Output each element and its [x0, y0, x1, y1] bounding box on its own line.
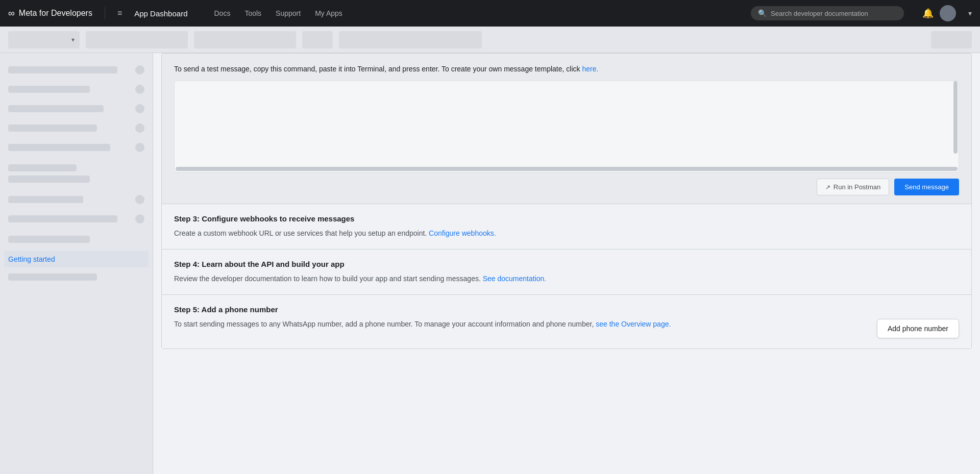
postman-external-icon: ↗ — [825, 184, 830, 191]
sidebar-item-text-2 — [8, 86, 90, 93]
send-test-top: To send a test message, copy this comman… — [162, 54, 971, 204]
sidebar-item-dot-7 — [135, 214, 144, 223]
sidebar-item-dot-1 — [135, 65, 144, 74]
nav-link-tools[interactable]: Tools — [238, 6, 267, 20]
top-navigation: ∞ Meta for Developers ≡ App Dashboard Do… — [0, 0, 980, 27]
sidebar-skeleton-6 — [0, 191, 153, 208]
command-code-area[interactable] — [174, 81, 959, 172]
step4-desc-text: Review the developer documentation to le… — [174, 275, 483, 283]
sidebar-item-dot-5 — [135, 143, 144, 152]
toolbar-pill-3 — [302, 31, 333, 48]
sidebar-skeleton-1 — [0, 61, 153, 79]
sidebar-skeleton-2 — [0, 81, 153, 98]
step5-desc-text: To start sending messages to any WhatsAp… — [174, 320, 596, 328]
sidebar-active-label[interactable]: Getting started — [4, 251, 149, 267]
nav-link-support[interactable]: Support — [270, 6, 307, 20]
sidebar-footer-text-3 — [8, 236, 90, 243]
step3-title: Step 3: Configure webhooks to receive me… — [174, 214, 959, 223]
test-message-instruction: To send a test message, copy this comman… — [174, 64, 959, 74]
sidebar-footer-text-1 — [8, 164, 77, 171]
nav-link-docs[interactable]: Docs — [208, 6, 237, 20]
app-dashboard-link[interactable]: App Dashboard — [134, 9, 187, 18]
app-selector-dropdown[interactable]: ▾ — [8, 31, 80, 48]
second-toolbar: ▾ — [0, 27, 980, 53]
sidebar-item-text-4 — [8, 124, 97, 132]
step3-section: Step 3: Configure webhooks to receive me… — [162, 204, 971, 249]
add-phone-number-button[interactable]: Add phone number — [877, 319, 959, 338]
sidebar-item-getting-started[interactable]: Getting started — [4, 251, 149, 267]
scrollbar-vertical[interactable] — [953, 81, 958, 154]
content-panel: To send a test message, copy this comman… — [153, 53, 980, 361]
sidebar-item-text-6 — [8, 196, 83, 203]
message-template-link[interactable]: here. — [582, 65, 598, 73]
main-content: To send a test message, copy this comman… — [153, 53, 980, 474]
overview-page-link[interactable]: see the Overview page. — [596, 320, 671, 328]
notification-bell-icon[interactable]: 🔔 — [922, 8, 934, 19]
step5-content: To start sending messages to any WhatsAp… — [174, 319, 959, 338]
run-in-postman-button[interactable]: ↗ Run in Postman — [817, 179, 890, 195]
step5-section: Step 5: Add a phone number To start send… — [162, 294, 971, 348]
main-layout: Getting started To send a test message, … — [0, 53, 980, 474]
dropdown-chevron-icon: ▾ — [71, 36, 75, 43]
toolbar-pill-1 — [86, 31, 188, 48]
step5-description: To start sending messages to any WhatsAp… — [174, 319, 865, 330]
sidebar-footer-text-4 — [8, 273, 97, 281]
scrollbar-horizontal[interactable] — [176, 167, 958, 171]
configure-webhooks-link[interactable]: Configure webhooks. — [429, 229, 496, 237]
sidebar-skeleton-3 — [0, 100, 153, 117]
sidebar-footer-2 — [0, 232, 153, 251]
see-documentation-link[interactable]: See documentation. — [483, 275, 547, 283]
test-message-instruction-text: To send a test message, copy this comman… — [174, 65, 582, 73]
logo-text: Meta for Developers — [19, 9, 92, 18]
search-bar[interactable]: 🔍 — [751, 6, 904, 20]
sidebar-footer-text-2 — [8, 176, 90, 183]
toolbar-pill-2 — [194, 31, 296, 48]
send-message-button[interactable]: Send message — [894, 179, 959, 195]
sidebar-skeleton-4 — [0, 119, 153, 137]
chevron-down-icon[interactable]: ▾ — [968, 9, 972, 17]
step4-section: Step 4: Learn about the API and build yo… — [162, 249, 971, 294]
step3-desc-text: Create a custom webhook URL or use servi… — [174, 229, 429, 237]
avatar[interactable] — [940, 5, 956, 21]
search-icon: 🔍 — [758, 9, 767, 17]
sidebar-item-dot-2 — [135, 85, 144, 94]
nav-links: Docs Tools Support My Apps — [208, 6, 349, 20]
sidebar-item-dot-3 — [135, 104, 144, 113]
sidebar-item-text-5 — [8, 144, 110, 151]
step4-title: Step 4: Learn about the API and build yo… — [174, 260, 959, 268]
sidebar-item-text-1 — [8, 66, 117, 73]
nav-right-actions: 🔔 ▾ — [922, 5, 972, 21]
nav-divider — [105, 7, 105, 19]
sidebar-skeleton-7 — [0, 210, 153, 228]
toolbar-pill-4 — [339, 31, 482, 48]
logo[interactable]: ∞ Meta for Developers — [8, 8, 92, 19]
meta-logo-icon: ∞ — [8, 8, 15, 19]
nav-link-myapps[interactable]: My Apps — [309, 6, 349, 20]
sidebar-skeleton-5 — [0, 139, 153, 156]
step4-description: Review the developer documentation to le… — [174, 273, 959, 284]
code-actions-bar: ↗ Run in Postman Send message — [174, 172, 959, 204]
sidebar-item-text-7 — [8, 215, 117, 222]
toolbar-pill-5 — [931, 31, 972, 48]
hamburger-icon[interactable]: ≡ — [117, 9, 122, 18]
sidebar-footer-3 — [0, 269, 153, 285]
run-in-postman-label: Run in Postman — [834, 183, 881, 191]
sidebar-item-dot-4 — [135, 123, 144, 133]
left-sidebar: Getting started — [0, 53, 153, 474]
sidebar-item-text-3 — [8, 105, 104, 112]
sidebar-footer-1 — [0, 160, 153, 191]
search-input[interactable] — [771, 10, 897, 17]
sidebar-item-dot-6 — [135, 195, 144, 204]
step3-description: Create a custom webhook URL or use servi… — [174, 228, 959, 239]
send-test-card: To send a test message, copy this comman… — [161, 53, 972, 349]
step5-title: Step 5: Add a phone number — [174, 305, 959, 314]
